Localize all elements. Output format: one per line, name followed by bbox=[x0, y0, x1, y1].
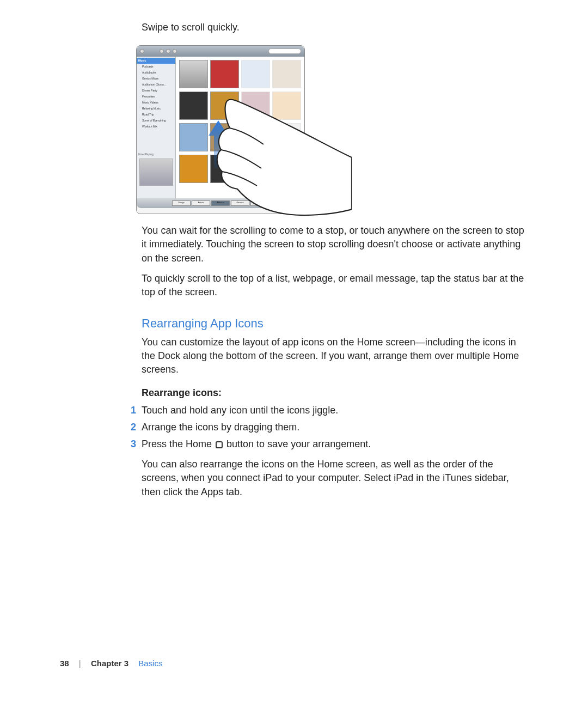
chapter-label: Chapter 3 bbox=[91, 659, 128, 668]
now-playing-art bbox=[139, 159, 173, 186]
bottom-tab: Composers bbox=[250, 200, 269, 206]
body-paragraph: You can customize the layout of app icon… bbox=[142, 336, 525, 377]
steps-list: Touch and hold any icon until the icons … bbox=[142, 404, 525, 452]
sidebar-item: Some of Everything bbox=[137, 118, 175, 124]
intro-text: Swipe to scroll quickly. bbox=[142, 21, 525, 34]
page-number: 38 bbox=[60, 659, 69, 668]
sidebar-item: Audiobooks bbox=[137, 70, 175, 76]
body-paragraph: You can also rearrange the icons on the … bbox=[142, 458, 525, 499]
swipe-illustration: Music Podcasts Audiobooks Genius Mixes A… bbox=[136, 45, 305, 214]
sidebar-header: Music bbox=[137, 58, 175, 64]
now-playing-label: Now Playing bbox=[137, 151, 175, 157]
home-button-icon bbox=[216, 441, 223, 448]
bottom-tab: Genres bbox=[231, 200, 249, 206]
bottom-tab: Artists bbox=[192, 200, 210, 206]
step-item: Arrange the icons by dragging them. bbox=[131, 421, 525, 434]
body-paragraph: To quickly scroll to the top of a list, … bbox=[142, 272, 525, 299]
search-input-illustration bbox=[268, 48, 301, 54]
step-item: Touch and hold any icon until the icons … bbox=[131, 404, 525, 417]
section-heading: Rearranging App Icons bbox=[142, 315, 525, 332]
page-footer: 38 | Chapter 3 Basics bbox=[60, 658, 162, 669]
sidebar-item: Road Trip bbox=[137, 112, 175, 118]
chapter-name: Basics bbox=[138, 659, 162, 668]
sidebar-item: Favourites bbox=[137, 94, 175, 100]
sidebar-item: Genius Mixes bbox=[137, 76, 175, 82]
sidebar-item: Workout Mix bbox=[137, 124, 175, 130]
bottom-tab: Albums bbox=[211, 200, 230, 206]
steps-heading: Rearrange icons: bbox=[142, 386, 525, 400]
step-item: Press the Home button to save your arran… bbox=[131, 437, 525, 451]
sidebar-item: Podcasts bbox=[137, 64, 175, 70]
sidebar-item: Auditorium (Susto... bbox=[137, 82, 175, 88]
sidebar-item: Music Videos bbox=[137, 100, 175, 106]
sidebar-item: Dinner Party bbox=[137, 88, 175, 94]
body-paragraph: You can wait for the scrolling to come t… bbox=[142, 224, 525, 265]
bottom-tab: Songs bbox=[172, 200, 191, 206]
sidebar-item: Relaxing Music bbox=[137, 106, 175, 112]
